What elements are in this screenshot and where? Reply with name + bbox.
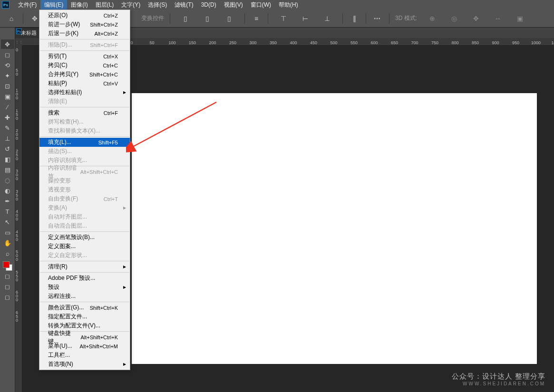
menu-item-菜单U[interactable]: 菜单(U)...Alt+Shift+Ctrl+M (39, 342, 130, 351)
3d-roll-icon[interactable]: ◎ (449, 14, 459, 23)
menu-item-指定配置文件[interactable]: 指定配置文件... (39, 312, 130, 321)
pen-tool[interactable]: ✒ (1, 196, 14, 206)
menu-item-前进一步W[interactable]: 前进一步(W)Shift+Ctrl+Z (39, 20, 130, 29)
more-options-icon[interactable]: ⋯ (373, 14, 382, 23)
menu-item-预设[interactable]: 预设 (39, 283, 130, 292)
doc-app-icon: Ps (16, 29, 22, 34)
menu-图像[interactable]: 图像(I) (67, 0, 91, 10)
dodge-tool[interactable]: ◐ (1, 186, 14, 195)
align-middle-icon[interactable]: ⊢ (301, 14, 310, 23)
menu-item-AdobePDF预设[interactable]: Adobe PDF 预设... (39, 274, 130, 283)
menu-item-剪切T[interactable]: 剪切(T)Ctrl+X (39, 52, 130, 61)
blur-tool[interactable]: ◌ (1, 175, 14, 185)
menu-item-渐隐D: 渐隐(D)...Shift+Ctrl+F (39, 40, 130, 49)
menu-item-定义画笔预设B[interactable]: 定义画笔预设(B)... (39, 233, 130, 242)
menu-item-描边S: 描边(S)... (39, 147, 130, 156)
menubar: Ps 文件(F)编辑(E)图像(I)图层(L)文字(Y)选择(S)滤镜(T)3D… (0, 0, 554, 10)
menu-item-内容识别缩放: 内容识别缩放Alt+Shift+Ctrl+C (39, 167, 130, 176)
menu-item-合并拷贝Y[interactable]: 合并拷贝(Y)Shift+Ctrl+C (39, 70, 130, 79)
rect-tool[interactable]: ▭ (1, 228, 14, 237)
quick-mask-icon[interactable]: ◻ (1, 282, 14, 291)
app-icon: Ps (2, 1, 10, 9)
edit-toolbar-icon[interactable]: ◻ (1, 271, 14, 281)
menu-窗口[interactable]: 窗口(W) (247, 0, 275, 10)
menu-item-拼写检查H: 拼写检查(H)... (39, 117, 130, 126)
menu-item-清理R[interactable]: 清理(R) (39, 262, 130, 271)
menu-选择[interactable]: 选择(S) (144, 0, 171, 10)
type-tool[interactable]: T (1, 207, 14, 216)
menu-item-填充L[interactable]: 填充(L)...Shift+F5 (39, 138, 130, 147)
3d-orbit-icon[interactable]: ⊕ (428, 14, 437, 23)
path-tool[interactable]: ↖ (1, 217, 14, 227)
menu-item-清除E: 清除(E) (39, 97, 130, 106)
menu-文件[interactable]: 文件(F) (14, 0, 40, 10)
menu-item-选择性粘贴I[interactable]: 选择性粘贴(I) (39, 88, 130, 97)
eyedrop-tool[interactable]: ⁄ (1, 102, 14, 112)
hand-tool[interactable]: ✋ (1, 238, 14, 248)
healing-tool[interactable]: ✚ (1, 113, 14, 122)
menu-编辑[interactable]: 编辑(E) (40, 0, 67, 10)
fg-color[interactable] (3, 261, 10, 268)
menu-视图[interactable]: 视图(V) (220, 0, 247, 10)
canvas[interactable] (132, 93, 537, 364)
menu-item-粘贴P[interactable]: 粘贴(P)Ctrl+V (39, 79, 130, 88)
menu-item-定义自定形状: 定义自定形状... (39, 251, 130, 260)
menu-3d[interactable]: 3D(D) (197, 0, 220, 10)
frame-tool[interactable]: ▣ (1, 92, 14, 101)
marquee-tool[interactable]: ◻ (1, 50, 14, 59)
edit-menu-dropdown: 还原(O)Ctrl+Z前进一步(W)Shift+Ctrl+Z后退一步(K)Alt… (39, 10, 130, 370)
menu-item-工具栏[interactable]: 工具栏... (39, 351, 130, 360)
history-tool[interactable]: ↺ (1, 144, 14, 153)
3d-mode-label: 3D 模式: (395, 14, 417, 22)
menu-item-自动对齐图层: 自动对齐图层... (39, 212, 130, 221)
menu-item-自由变换F: 自由变换(F)Ctrl+T (39, 194, 130, 203)
menu-图层[interactable]: 图层(L) (92, 0, 118, 10)
align-spacing-icon[interactable]: ‖ (350, 14, 359, 23)
menu-item-定义图案[interactable]: 定义图案... (39, 242, 130, 251)
ruler-origin[interactable]: ⋮⋮ (15, 38, 22, 46)
toolbar: ✥◻⟲✦⊡▣⁄✚✎⊥↺◧▤◌◐✒T↖▭✋⌕◻◻◻ (0, 28, 15, 392)
align-top-icon[interactable]: ⊤ (279, 14, 288, 23)
ruler-vertical: 050100150200250300350400450500550600650 (15, 46, 22, 392)
gradient-tool[interactable]: ▤ (1, 165, 14, 174)
color-swatch[interactable] (3, 261, 12, 271)
3d-pan-icon[interactable]: ✥ (471, 14, 481, 23)
menu-item-后退一步K[interactable]: 后退一步(K)Alt+Ctrl+Z (39, 29, 130, 38)
menu-item-透视变形: 透视变形 (39, 185, 130, 194)
menu-item-查找和替换文本X: 查找和替换文本(X)... (39, 126, 130, 135)
wand-tool[interactable]: ✦ (1, 71, 14, 80)
menu-item-搜索[interactable]: 搜索Ctrl+F (39, 108, 130, 117)
menu-item-键盘快捷键[interactable]: 键盘快捷键...Alt+Shift+Ctrl+K (39, 333, 130, 342)
menu-item-远程连接[interactable]: 远程连接... (39, 292, 130, 301)
menu-item-颜色设置G[interactable]: 颜色设置(G)...Shift+Ctrl+K (39, 303, 130, 312)
3d-slide-icon[interactable]: ↔ (493, 14, 503, 23)
menu-滤镜[interactable]: 滤镜(T) (171, 0, 197, 10)
align-right-icon[interactable]: ▯ (224, 14, 234, 23)
menu-item-首选项N[interactable]: 首选项(N) (39, 360, 130, 369)
menu-item-拷贝C[interactable]: 拷贝(C)Ctrl+C (39, 61, 130, 70)
transform-controls-label: 变换控件 (141, 14, 164, 22)
menu-item-变换A: 变换(A) (39, 203, 130, 212)
menu-item-自动混合图层: 自动混合图层... (39, 221, 130, 230)
watermark-line1: 公众号：设计达人 整理分享 (452, 372, 545, 381)
screen-modes-icon[interactable]: ◻ (1, 292, 14, 302)
brush-tool[interactable]: ✎ (1, 123, 14, 133)
menu-帮助[interactable]: 帮助(H) (275, 0, 302, 10)
align-center-icon[interactable]: ▯ (203, 14, 212, 23)
menu-文字[interactable]: 文字(Y) (117, 0, 144, 10)
watermark-line2: WWW.SHEJIDAREN.COM (452, 381, 545, 386)
zoom-tool[interactable]: ⌕ (1, 249, 14, 258)
lasso-tool[interactable]: ⟲ (1, 60, 14, 70)
eraser-tool[interactable]: ◧ (1, 154, 14, 164)
align-left-icon[interactable]: ▯ (181, 14, 190, 23)
move-tool[interactable]: ✥ (1, 39, 14, 49)
align-bottom-icon[interactable]: ⊥ (322, 14, 332, 23)
move-tool-icon[interactable]: ✥ (30, 14, 39, 23)
distribute-icon[interactable]: ≡ (252, 14, 261, 23)
home-icon[interactable]: ⌂ (7, 14, 16, 23)
crop-tool[interactable]: ⊡ (1, 81, 14, 91)
3d-camera-icon[interactable]: ▣ (515, 14, 525, 23)
menu-item-操控变形: 操控变形 (39, 176, 130, 185)
menu-item-还原O[interactable]: 还原(O)Ctrl+Z (39, 11, 130, 20)
stamp-tool[interactable]: ⊥ (1, 134, 14, 143)
